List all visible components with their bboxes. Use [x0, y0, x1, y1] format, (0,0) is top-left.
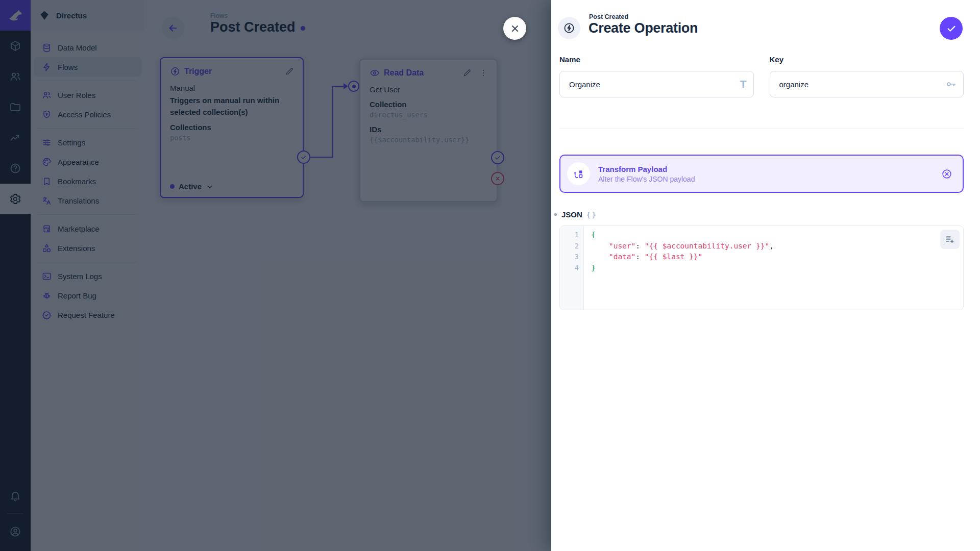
expand-editor-button[interactable] [940, 230, 960, 249]
code-line: "data": "{{ $last }}" [591, 252, 963, 263]
name-field-group: Name T [559, 55, 754, 97]
drawer-scrim[interactable] [0, 0, 551, 551]
code-braces-icon: {} [586, 211, 597, 219]
line-number: 4 [560, 263, 583, 274]
line-number-gutter: 1 2 3 4 [560, 226, 584, 310]
operation-type-subtitle: Alter the Flow's JSON payload [598, 175, 932, 183]
json-code-editor[interactable]: 1 2 3 4 { "user": "{{ $accountability.us… [559, 226, 964, 310]
key-icon [945, 71, 957, 97]
name-input[interactable] [559, 71, 754, 97]
line-number: 3 [560, 252, 583, 263]
code-line: { [591, 230, 963, 241]
json-label: JSON [561, 210, 582, 219]
code-line: "user": "{{ $accountability.user }}", [591, 241, 963, 252]
drawer-divider [559, 129, 964, 129]
name-label: Name [559, 55, 754, 64]
title-formatter-icon: T [740, 71, 747, 97]
key-field-group: Key [770, 55, 964, 97]
circle-x-icon [941, 168, 952, 180]
edited-dot [554, 213, 557, 216]
drawer-header: Post Created Create Operation [551, 0, 980, 56]
key-label: Key [770, 55, 964, 64]
key-input[interactable] [770, 71, 964, 97]
bolt-circle-icon [563, 22, 575, 34]
check-icon [946, 23, 957, 34]
drawer-breadcrumb[interactable]: Post Created [589, 13, 628, 20]
create-operation-drawer: Post Created Create Operation Name T Key [551, 0, 980, 551]
transform-payload-icon [573, 168, 584, 180]
transform-icon-circle [567, 162, 590, 185]
operation-type-text: Transform Payload Alter the Flow's JSON … [598, 165, 932, 183]
operation-type-card[interactable]: Transform Payload Alter the Flow's JSON … [559, 155, 964, 193]
json-field-header: JSON {} [559, 210, 597, 219]
line-number: 2 [560, 241, 583, 252]
field-row: Name T Key [559, 55, 964, 97]
drawer-title: Create Operation [589, 20, 698, 36]
code-area[interactable]: { "user": "{{ $accountability.user }}", … [584, 226, 963, 310]
close-drawer-button[interactable] [503, 17, 526, 40]
operation-header-icon-circle [558, 17, 580, 39]
close-icon [510, 23, 520, 34]
deselect-operation-button[interactable] [940, 167, 953, 181]
operation-type-title: Transform Payload [598, 165, 932, 173]
add-lines-icon [945, 234, 955, 244]
code-line: } [591, 263, 963, 274]
line-number: 1 [560, 230, 583, 241]
save-button[interactable] [940, 17, 963, 40]
